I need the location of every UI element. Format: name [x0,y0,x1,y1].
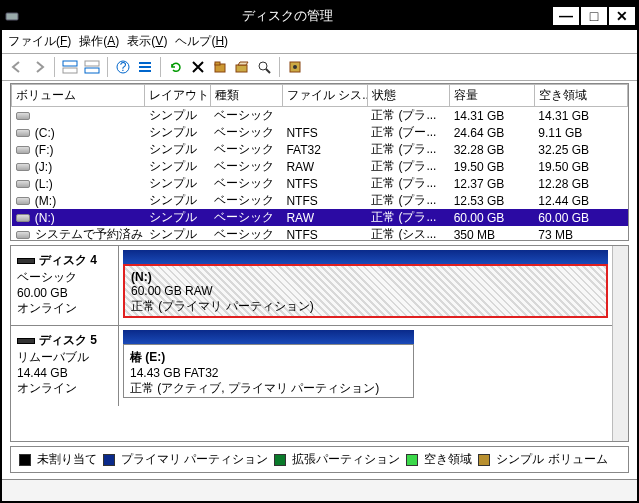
partition-header-bar [123,250,608,264]
disk-row-4[interactable]: ディスク 4 ベーシック 60.00 GB オンライン (N:) 60.00 G… [11,246,612,326]
volume-icon [16,163,30,171]
table-row[interactable]: (M:)シンプルベーシックNTFS正常 (プラ...12.53 GB12.44 … [12,192,628,209]
disk-graphical-view: ディスク 4 ベーシック 60.00 GB オンライン (N:) 60.00 G… [10,245,629,442]
disk-state: オンライン [17,300,112,317]
volume-list[interactable]: ボリューム レイアウト 種類 ファイル シス... 状態 容量 空き領域 シンプ… [10,83,629,241]
disk-size: 60.00 GB [17,286,112,300]
volume-icon [16,146,30,154]
volume-icon [16,180,30,188]
svg-rect-0 [6,13,18,20]
list-button[interactable] [134,56,156,78]
col-fs[interactable]: ファイル シス... [282,85,367,107]
legend-label: 拡張パーティション [292,451,400,468]
back-button[interactable] [6,56,28,78]
disk-management-window: ディスクの管理 — □ ✕ ファイル(F) 操作(A) 表示(V) ヘルプ(H)… [0,0,639,503]
svg-rect-4 [85,68,99,73]
table-row[interactable]: (J:)シンプルベーシックRAW正常 (プラ...19.50 GB19.50 G… [12,158,628,175]
partition-n[interactable]: (N:) 60.00 GB RAW 正常 (プライマリ パーティション) [123,264,608,318]
toolbar: ? [2,54,637,81]
disk-type: ベーシック [17,269,112,286]
window-title: ディスクの管理 [22,7,553,25]
legend-label: 未割り当て [37,451,97,468]
forward-button[interactable] [28,56,50,78]
disk-icon [17,258,35,264]
vertical-scrollbar[interactable] [612,246,628,441]
titlebar: ディスクの管理 — □ ✕ [2,2,637,30]
statusbar [2,479,637,501]
svg-rect-3 [85,61,99,66]
partition-label: 椿 (E:) [130,350,165,364]
svg-rect-11 [215,62,220,65]
legend: 未割り当て プライマリ パーティション 拡張パーティション 空き領域 シンプル … [10,446,629,473]
disk-name: ディスク 4 [39,253,97,267]
table-row[interactable]: システムで予約済みシンプルベーシックNTFS正常 (シス...350 MB73 … [12,226,628,241]
partition-status: 正常 (プライマリ パーティション) [131,298,600,315]
legend-label: 空き領域 [424,451,472,468]
menu-file[interactable]: ファイル(F) [8,33,71,50]
menu-view[interactable]: 表示(V) [127,33,167,50]
svg-rect-2 [63,68,77,73]
svg-rect-1 [63,61,77,66]
disk-state: オンライン [17,380,112,397]
table-row[interactable]: (F:)シンプルベーシックFAT32正常 (プラ...32.28 GB32.25… [12,141,628,158]
legend-swatch-primary [103,454,115,466]
table-row[interactable]: (N:)シンプルベーシックRAW正常 (プラ...60.00 GB60.00 G… [12,209,628,226]
settings-button[interactable] [284,56,306,78]
maximize-button[interactable]: □ [579,5,609,27]
legend-label: シンプル ボリューム [496,451,607,468]
app-icon [2,9,22,23]
legend-swatch-extended [274,454,286,466]
col-capacity[interactable]: 容量 [450,85,535,107]
partition-size: 14.43 GB FAT32 [130,366,407,380]
legend-swatch-unalloc [19,454,31,466]
col-layout[interactable]: レイアウト [145,85,211,107]
col-volume[interactable]: ボリューム [12,85,145,107]
view-top-button[interactable] [59,56,81,78]
table-row[interactable]: (C:)シンプルベーシックNTFS正常 (ブー...24.64 GB9.11 G… [12,124,628,141]
col-free[interactable]: 空き領域 [534,85,627,107]
properties-button[interactable] [209,56,231,78]
volume-icon [16,112,30,120]
table-row[interactable]: シンプルベーシック正常 (プラ...14.31 GB14.31 GB [12,107,628,125]
close-button[interactable]: ✕ [607,5,637,27]
open-button[interactable] [231,56,253,78]
svg-point-15 [293,65,297,69]
disk-name: ディスク 5 [39,333,97,347]
partition-header-bar [123,330,414,344]
partition-e[interactable]: 椿 (E:) 14.43 GB FAT32 正常 (アクティブ, プライマリ パ… [123,344,414,398]
disk-type: リムーバブル [17,349,112,366]
help-button[interactable]: ? [112,56,134,78]
delete-button[interactable] [187,56,209,78]
disk-row-5[interactable]: ディスク 5 リムーバブル 14.44 GB オンライン 椿 (E:) 14.4… [11,326,612,406]
view-bottom-button[interactable] [81,56,103,78]
partition-size: 60.00 GB RAW [131,284,600,298]
table-row[interactable]: (L:)シンプルベーシックNTFS正常 (プラ...12.37 GB12.28 … [12,175,628,192]
explore-button[interactable] [253,56,275,78]
menubar: ファイル(F) 操作(A) 表示(V) ヘルプ(H) [2,30,637,54]
legend-swatch-simple [478,454,490,466]
volume-icon [16,197,30,205]
disk-size: 14.44 GB [17,366,112,380]
svg-text:?: ? [120,60,127,74]
partition-label: (N:) [131,270,152,284]
col-status[interactable]: 状態 [367,85,450,107]
partition-status: 正常 (アクティブ, プライマリ パーティション) [130,380,407,397]
menu-action[interactable]: 操作(A) [79,33,119,50]
disk-icon [17,338,35,344]
legend-swatch-free [406,454,418,466]
svg-rect-8 [139,66,151,68]
col-type[interactable]: 種類 [210,85,282,107]
volume-icon [16,231,30,239]
svg-rect-7 [139,62,151,64]
svg-point-13 [259,62,267,70]
volume-icon [16,214,30,222]
legend-label: プライマリ パーティション [121,451,268,468]
menu-help[interactable]: ヘルプ(H) [175,33,228,50]
svg-rect-12 [236,65,247,72]
refresh-button[interactable] [165,56,187,78]
volume-icon [16,129,30,137]
minimize-button[interactable]: — [551,5,581,27]
svg-rect-9 [139,70,151,72]
